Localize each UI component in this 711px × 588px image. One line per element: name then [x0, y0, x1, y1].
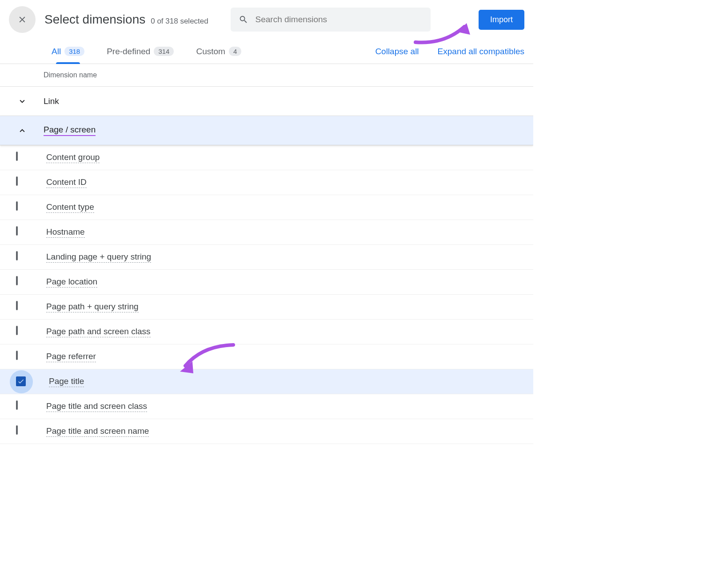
- checkbox-unchecked-icon: [16, 425, 18, 435]
- checkbox-unchecked-icon: [16, 276, 18, 285]
- tab-count-badge: 318: [64, 47, 84, 56]
- dimension-label: Page path + query string: [46, 302, 139, 312]
- dimension-row-page-location[interactable]: Page location: [0, 270, 533, 295]
- tab-label: Custom: [196, 47, 225, 56]
- dimension-label: Content group: [46, 152, 100, 163]
- checkbox[interactable]: [16, 202, 27, 213]
- dimension-label: Content type: [46, 202, 94, 213]
- checkbox-unchecked-icon: [16, 201, 18, 211]
- dialog-header: Select dimensions 0 of 318 selected Impo…: [0, 0, 533, 39]
- dimension-label: Landing page + query string: [46, 252, 151, 263]
- expand-all-link[interactable]: Expand all compatibles: [438, 47, 524, 56]
- checkbox[interactable]: [16, 401, 27, 412]
- dimension-row-page-title-and-screen-name[interactable]: Page title and screen name: [0, 419, 533, 444]
- expand-collapse-actions: Collapse all Expand all compatibles: [375, 47, 524, 56]
- tab-all[interactable]: All318: [52, 39, 84, 64]
- dimension-label: Page title and screen class: [46, 401, 147, 412]
- chevron-up-icon: [13, 126, 31, 136]
- search-icon: [239, 14, 248, 25]
- tab-pre-defined[interactable]: Pre-defined314: [107, 39, 174, 64]
- title-block: Select dimensions 0 of 318 selected: [44, 12, 208, 27]
- close-icon: [17, 15, 27, 24]
- dimension-row-page-path-query-string[interactable]: Page path + query string: [0, 295, 533, 320]
- checkbox[interactable]: [16, 352, 27, 362]
- dimension-row-content-group[interactable]: Content group: [0, 145, 533, 170]
- checkbox-unchecked-icon: [16, 400, 18, 410]
- checkbox[interactable]: [16, 376, 27, 387]
- checkbox-unchecked-icon: [16, 226, 18, 236]
- dimension-label: Content ID: [46, 177, 87, 188]
- dimension-label: Page title and screen name: [46, 426, 149, 437]
- search-box[interactable]: [231, 8, 431, 32]
- collapse-all-link[interactable]: Collapse all: [375, 47, 419, 56]
- checkbox-unchecked-icon: [16, 251, 18, 260]
- checkbox[interactable]: [16, 426, 27, 437]
- checkbox-unchecked-icon: [16, 176, 18, 186]
- checkbox[interactable]: [16, 152, 27, 163]
- group-row-page-screen[interactable]: Page / screen: [0, 116, 533, 145]
- checkbox[interactable]: [16, 252, 27, 263]
- search-input[interactable]: [256, 15, 423, 24]
- dimension-row-page-title[interactable]: Page title: [0, 369, 533, 394]
- checkbox-unchecked-icon: [16, 301, 18, 310]
- checkbox[interactable]: [16, 277, 27, 288]
- dialog-title: Select dimensions: [44, 12, 145, 27]
- import-button[interactable]: Import: [479, 10, 524, 30]
- chevron-down-icon: [13, 96, 31, 106]
- dimension-row-hostname[interactable]: Hostname: [0, 220, 533, 245]
- dimension-row-page-path-and-screen-class[interactable]: Page path and screen class: [0, 320, 533, 344]
- dimension-label: Hostname: [46, 227, 85, 238]
- tab-count-badge: 314: [154, 47, 174, 56]
- dimension-label: Page title: [49, 376, 84, 387]
- checkbox[interactable]: [16, 227, 27, 238]
- tab-count-badge: 4: [229, 47, 241, 56]
- checkbox-unchecked-icon: [16, 326, 18, 335]
- close-button[interactable]: [9, 6, 36, 33]
- dimension-label: Page location: [46, 277, 97, 288]
- dimension-label: Page path and screen class: [46, 327, 151, 337]
- tabs-row: All318Pre-defined314Custom4 Collapse all…: [0, 39, 533, 64]
- tab-label: Pre-defined: [107, 47, 150, 56]
- checkbox-unchecked-icon: [16, 351, 18, 360]
- checkbox[interactable]: [16, 302, 27, 312]
- checkbox-unchecked-icon: [16, 152, 18, 161]
- dimension-row-content-id[interactable]: Content ID: [0, 170, 533, 195]
- column-header: Dimension name: [0, 64, 533, 87]
- checkbox[interactable]: [16, 327, 27, 337]
- checkbox-ripple: [10, 370, 33, 393]
- dimension-label: Page referrer: [46, 352, 96, 362]
- tab-custom[interactable]: Custom4: [196, 39, 241, 64]
- checkbox[interactable]: [16, 177, 27, 188]
- selection-count: 0 of 318 selected: [151, 17, 208, 26]
- dimension-row-page-referrer[interactable]: Page referrer: [0, 344, 533, 369]
- dimension-row-landing-page-query-string[interactable]: Landing page + query string: [0, 245, 533, 270]
- group-label: Page / screen: [44, 125, 96, 136]
- group-label: Link: [44, 96, 59, 106]
- group-row-link[interactable]: Link: [0, 87, 533, 116]
- dimension-row-page-title-and-screen-class[interactable]: Page title and screen class: [0, 394, 533, 419]
- dimension-row-content-type[interactable]: Content type: [0, 195, 533, 220]
- tab-label: All: [52, 47, 61, 56]
